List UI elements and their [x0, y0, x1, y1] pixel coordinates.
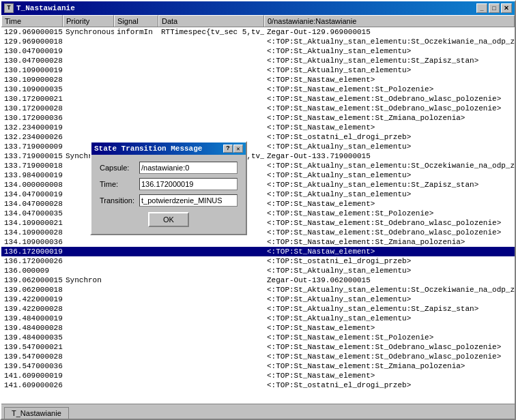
table-row[interactable]: 130.172000036<:TOP:St_Nastaw_element:St_…: [1, 113, 515, 123]
cell: 139.422000019: [1, 295, 63, 304]
table-row[interactable]: 132.234000026<:TOP:St_ostatni_el_drogi_p…: [1, 132, 515, 142]
table-row[interactable]: 134.047000019<:TOP:St_Aktualny_stan_elem…: [1, 190, 515, 199]
table-row[interactable]: 134.000000008<:TOP:St_Aktualny_stan_elem…: [1, 180, 515, 190]
table-row[interactable]: 141.609000026<:TOP:St_ostatni_el_drogi_p…: [1, 380, 515, 390]
table-row[interactable]: 139.484000028<:TOP:St_Nastaw_element>: [1, 323, 515, 333]
cell: 139.547000036: [1, 361, 63, 371]
cell: 130.172000028: [1, 104, 63, 113]
cell: <:TOP:St_Aktualny_stan_elementu:St_Zapis…: [264, 56, 515, 65]
cell: [158, 113, 264, 123]
maximize-button[interactable]: □: [489, 3, 500, 13]
cell: [158, 314, 264, 323]
cell: [63, 333, 114, 342]
cell: <:TOP:St_Aktualny_stan_elementu>: [264, 46, 515, 56]
minimize-button[interactable]: _: [476, 3, 487, 13]
cell: [114, 266, 158, 275]
capsule-input[interactable]: [139, 162, 238, 174]
table-row[interactable]: 130.172000028<:TOP:St_Nastaw_element:St_…: [1, 104, 515, 113]
col-header-priority: Priority: [63, 15, 114, 27]
cell: [63, 380, 114, 390]
cell: Synchron: [63, 275, 114, 285]
transition-input[interactable]: [139, 194, 238, 207]
cell: [63, 85, 114, 94]
table-row[interactable]: 133.719000015SynchronousinformInRTTimesp…: [1, 151, 515, 161]
table-row[interactable]: 130.047000028<:TOP:St_Aktualny_stan_elem…: [1, 56, 515, 65]
cell: <:TOP:St_Nastaw_element:St_Odebrano_wlas…: [264, 228, 515, 237]
table-row[interactable]: 139.547000036<:TOP:St_Nastaw_element:St_…: [1, 361, 515, 371]
cell: informIn: [114, 27, 158, 37]
cell: <:TOP:St_Nastaw_element:St_Odebrano_wlas…: [264, 104, 515, 113]
cell: 134.047000035: [1, 209, 63, 218]
table-row[interactable]: 141.609000019<:TOP:St_Nastaw_element>: [1, 371, 515, 380]
cell: <:TOP:St_Nastaw_element:St_Odebrano_wlas…: [264, 94, 515, 104]
table-row[interactable]: 133.719000018<:TOP:St_Aktualny_stan_elem…: [1, 161, 515, 170]
table-row[interactable]: 133.984000019<:TOP:St_Aktualny_stan_elem…: [1, 170, 515, 180]
cell: <:TOP:St_Nastaw_element:St_Odebrano_wlas…: [264, 218, 515, 228]
cell: <:TOP:St_Nastaw_element>: [264, 371, 515, 380]
cell: <:TOP:St_Aktualny_stan_elementu:St_Oczek…: [264, 285, 515, 295]
cell: 136.172000026: [1, 256, 63, 266]
table-row[interactable]: 136.172000019<:TOP:St_Nastaw_element>: [1, 247, 515, 256]
cell: 139.062000015: [1, 275, 63, 285]
cell: [63, 266, 114, 275]
ok-button[interactable]: OK: [148, 212, 189, 227]
table-row[interactable]: 130.109000028<:TOP:St_Nastaw_element>: [1, 75, 515, 85]
close-button[interactable]: ✕: [501, 3, 512, 13]
cell: <:TOP:St_Nastaw_element>: [264, 247, 515, 256]
table-row[interactable]: 139.422000028<:TOP:St_Aktualny_stan_elem…: [1, 304, 515, 314]
cell: [63, 295, 114, 304]
table-row[interactable]: 134.109000028<:TOP:St_Nastaw_element:St_…: [1, 228, 515, 237]
transition-field: Transition:: [100, 194, 238, 207]
table-row[interactable]: 139.547000021<:TOP:St_Nastaw_element:St_…: [1, 342, 515, 352]
table-body[interactable]: 129.969000015SynchronousinformInRTTimesp…: [1, 27, 515, 404]
table-row[interactable]: 132.234000019<:TOP:St_Nastaw_element>: [1, 123, 515, 132]
table-row[interactable]: 130.172000021<:TOP:St_Nastaw_element:St_…: [1, 94, 515, 104]
cell: [158, 352, 264, 361]
table-row[interactable]: 139.062000015SynchronZegar-Out-139.06200…: [1, 275, 515, 285]
dialog-help-button[interactable]: ?: [223, 145, 233, 153]
cell: 134.109000028: [1, 228, 63, 237]
cell: <:TOP:St_Aktualny_stan_elementu>: [264, 190, 515, 199]
cell: <:TOP:St_Aktualny_stan_elementu>: [264, 170, 515, 180]
cell: [114, 361, 158, 371]
cell: [158, 266, 264, 275]
cell: [158, 256, 264, 266]
table-row[interactable]: 133.719000009<:TOP:St_Aktualny_stan_elem…: [1, 142, 515, 151]
cell: [63, 371, 114, 380]
time-input[interactable]: [139, 178, 238, 190]
table-row[interactable]: 139.422000019<:TOP:St_Aktualny_stan_elem…: [1, 295, 515, 304]
table-row[interactable]: 130.047000019<:TOP:St_Aktualny_stan_elem…: [1, 46, 515, 56]
table-row[interactable]: 130.109000019<:TOP:St_Aktualny_stan_elem…: [1, 65, 515, 75]
cell: 134.109000036: [1, 237, 63, 247]
table-row[interactable]: 139.484000019<:TOP:St_Aktualny_stan_elem…: [1, 314, 515, 323]
cell: [63, 361, 114, 371]
cell: [114, 342, 158, 352]
table-row[interactable]: 139.484000035<:TOP:St_Nastaw_element:St_…: [1, 333, 515, 342]
cell: [114, 314, 158, 323]
table-row[interactable]: 129.969000015SynchronousinformInRTTimesp…: [1, 27, 515, 37]
table-row[interactable]: 134.047000028<:TOP:St_Nastaw_element>: [1, 199, 515, 209]
dialog-close-button[interactable]: ✕: [233, 145, 243, 153]
table-row[interactable]: 139.062000018<:TOP:St_Aktualny_stan_elem…: [1, 285, 515, 295]
cell: [158, 323, 264, 333]
table-row[interactable]: 136.172000026<:TOP:St_ostatni_el_drogi_p…: [1, 256, 515, 266]
cell: [158, 46, 264, 56]
table-row[interactable]: 134.047000035<:TOP:St_Nastaw_element:St_…: [1, 209, 515, 218]
cell: [114, 56, 158, 65]
table-row[interactable]: 134.109000036<:TOP:St_Nastaw_element:St_…: [1, 237, 515, 247]
tab-t-nastawianie[interactable]: T_Nastawianie: [4, 407, 69, 419]
cell: 129.969000015: [1, 27, 63, 37]
table-row[interactable]: 136.000009<:TOP:St_Aktualny_stan_element…: [1, 266, 515, 275]
cell: [114, 94, 158, 104]
window-icon: T: [4, 3, 14, 13]
cell: [63, 65, 114, 75]
table-row[interactable]: 130.109000035<:TOP:St_Nastaw_element:St_…: [1, 85, 515, 94]
table-row[interactable]: 129.969000018<:TOP:St_Aktualny_stan_elem…: [1, 37, 515, 46]
cell: 134.109000021: [1, 218, 63, 228]
cell: 130.109000019: [1, 65, 63, 75]
table-row[interactable]: 134.109000021<:TOP:St_Nastaw_element:St_…: [1, 218, 515, 228]
table-row[interactable]: 139.547000028<:TOP:St_Nastaw_element:St_…: [1, 352, 515, 361]
cell: [158, 37, 264, 46]
cell: [158, 371, 264, 380]
cell: Zegar-Out-139.062000015: [264, 275, 515, 285]
